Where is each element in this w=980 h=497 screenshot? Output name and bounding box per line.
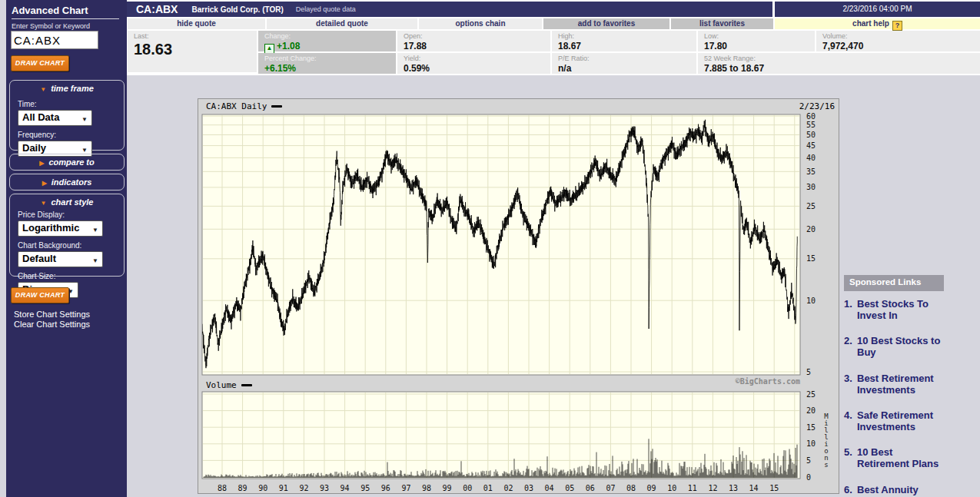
clear-chart-settings-link[interactable]: Clear Chart Settings: [14, 320, 90, 329]
price-pane-title-text: CA:ABX Daily: [206, 101, 267, 111]
chart-background-select[interactable]: Default: [18, 251, 103, 267]
sponsored-link-3-text[interactable]: Best Retirement Investments: [857, 373, 947, 396]
volume-axis-tick: 10: [806, 439, 816, 448]
last-label: Last:: [134, 32, 257, 40]
menu-add-to-favorites[interactable]: add to favorites: [543, 18, 669, 29]
pe-ratio-value: n/a: [558, 63, 696, 74]
volume-axis-tick: 25: [806, 390, 816, 399]
symbol-label: Enter Symbol or Keyword: [12, 22, 90, 30]
price-axis-tick: 40: [806, 154, 816, 162]
sponsored-link-1[interactable]: 1. Best Stocks To Invest In: [844, 298, 947, 321]
quote-yield: Yield: 0.59%: [397, 53, 550, 74]
x-axis-tick: 89: [238, 484, 247, 492]
volume-pane: [202, 392, 800, 479]
open-value: 17.88: [404, 41, 550, 51]
menu-hide-quote[interactable]: hide quote: [128, 18, 265, 29]
sponsored-link-2-number: 2.: [844, 335, 857, 358]
yield-value: 0.59%: [404, 63, 550, 74]
indicators-header[interactable]: indicators: [10, 174, 124, 189]
x-axis-tick: 03: [524, 484, 533, 492]
chart-container: 5101520253035404550556005101520258889909…: [198, 98, 839, 494]
sponsored-link-3[interactable]: 3. Best Retirement Investments: [844, 373, 947, 396]
price-display-select[interactable]: Logarithmic: [18, 220, 103, 237]
volume-axis-tick: 15: [806, 423, 816, 432]
price-axis-tick: 15: [806, 254, 816, 263]
low-value: 17.80: [704, 41, 815, 51]
x-axis-tick: 91: [279, 484, 288, 492]
sponsored-link-4[interactable]: 4. Safe Retirement Investments: [844, 409, 947, 432]
price-axis-tick: 20: [806, 225, 816, 234]
x-axis-tick: 93: [320, 484, 329, 492]
volume-axis-tick: 20: [806, 406, 816, 415]
time-label: Time:: [18, 100, 124, 108]
volume-label: Volume:: [822, 32, 980, 40]
quote-header-bar: CA:ABX Barrick Gold Corp. (TOR) Delayed …: [127, 2, 772, 17]
x-axis-tick: 92: [299, 484, 308, 492]
volume-value: 7,972,470: [822, 41, 980, 51]
sidebar: Advanced Chart Enter Symbol or Keyword D…: [6, 0, 127, 497]
x-axis-tick: 88: [218, 484, 227, 492]
copyright-text: ©BigCharts.com: [659, 377, 800, 386]
x-axis-tick: 97: [401, 484, 410, 492]
menu-detailed-quote[interactable]: detailed quote: [267, 18, 417, 29]
menu-chart-help[interactable]: chart help: [775, 18, 980, 29]
time-frame-header[interactable]: time frame: [10, 81, 124, 95]
quote-week-range: 52 Week Range: 7.885 to 18.67: [698, 53, 980, 74]
chart-canvas: 5101520253035404550556005101520258889909…: [198, 99, 839, 493]
price-legend-dash-icon: [271, 105, 282, 108]
header-delayed-note: Delayed quote data: [296, 5, 356, 13]
x-axis-tick: 05: [565, 484, 574, 492]
price-axis-tick: 50: [806, 131, 816, 139]
x-axis-tick: 10: [667, 484, 676, 492]
x-axis-tick: 08: [626, 484, 636, 492]
price-axis-tick: 55: [806, 121, 816, 129]
sponsored-link-4-text[interactable]: Safe Retirement Investments: [857, 409, 947, 432]
price-axis-tick: 35: [806, 167, 816, 176]
quote-volume: Volume: 7,972,470: [816, 31, 980, 51]
chart-style-header[interactable]: chart style: [10, 194, 124, 209]
sponsored-link-1-text[interactable]: Best Stocks To Invest In: [857, 298, 947, 321]
volume-axis-unit-label: Millions: [822, 413, 830, 472]
change-label: Change:: [264, 32, 396, 40]
sponsored-link-5-text[interactable]: 10 Best Retirement Plans: [857, 446, 947, 469]
indicators-panel: indicators: [9, 174, 125, 191]
sponsored-links-header: Sponsored Links: [844, 275, 944, 291]
time-select[interactable]: All Data: [18, 110, 92, 126]
help-icon[interactable]: [892, 21, 902, 31]
draw-chart-button[interactable]: DRAW CHART: [11, 55, 69, 71]
sponsored-link-3-number: 3.: [844, 373, 857, 396]
x-axis-tick: 11: [688, 484, 697, 492]
compare-to-header[interactable]: compare to: [10, 154, 124, 169]
chart-size-label: Chart Size:: [18, 272, 124, 280]
sponsored-link-2-text[interactable]: 10 Best Stocks to Buy: [857, 335, 947, 358]
menu-list-favorites[interactable]: list favorites: [671, 18, 773, 29]
menu-options-chain[interactable]: options chain: [419, 18, 542, 29]
x-axis-tick: 00: [463, 484, 472, 492]
price-axis-tick: 60: [806, 112, 816, 121]
x-axis-tick: 01: [483, 484, 493, 492]
header-datetime: 2/23/2016 04:00 PM: [775, 2, 980, 17]
sponsored-link-5-number: 5.: [844, 446, 857, 469]
x-axis-tick: 06: [586, 484, 595, 492]
draw-chart-button-bottom[interactable]: DRAW CHART: [11, 287, 69, 303]
price-axis-tick: 45: [806, 141, 816, 150]
x-axis-tick: 99: [443, 484, 452, 492]
sponsored-link-6-text[interactable]: Best Annuity Rates: [857, 484, 947, 497]
x-axis-tick: 15: [769, 484, 779, 492]
x-axis-tick: 98: [422, 484, 431, 492]
x-axis-tick: 07: [606, 484, 615, 492]
sponsored-link-6[interactable]: 6. Best Annuity Rates: [844, 484, 947, 497]
price-axis-tick: 25: [806, 202, 816, 210]
percent-change-label: Percent Change:: [264, 55, 396, 62]
x-axis-tick: 14: [749, 484, 759, 492]
volume-legend-dash-icon: [241, 384, 252, 386]
volume-pane-title-text: Volume: [206, 380, 237, 390]
sponsored-link-5[interactable]: 5. 10 Best Retirement Plans: [844, 446, 947, 469]
price-pane-title: CA:ABX Daily: [206, 101, 282, 111]
quote-high: High: 18.67: [552, 31, 696, 51]
quote-pe-ratio: P/E Ratio: n/a: [552, 53, 696, 74]
sponsored-link-2[interactable]: 2. 10 Best Stocks to Buy: [844, 335, 947, 358]
store-chart-settings-link[interactable]: Store Chart Settings: [14, 310, 90, 319]
symbol-input[interactable]: [11, 31, 98, 49]
chart-style-panel: chart style Price Display: Logarithmic C…: [9, 194, 125, 277]
